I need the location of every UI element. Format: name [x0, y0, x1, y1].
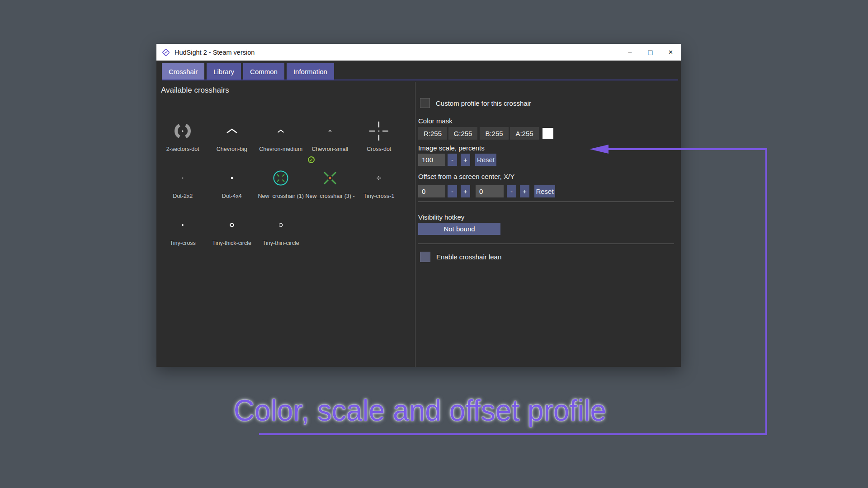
blue-channel-button[interactable]: B:255	[480, 127, 509, 140]
crosshair-lean-label: Enable crosshair lean	[436, 253, 501, 261]
offset-y-minus-button[interactable]: -	[507, 185, 516, 197]
offset-row: - + - + Reset	[418, 185, 674, 197]
hotkey-bind-button[interactable]: Not bound	[418, 223, 500, 235]
crosshair-item-tiny-thick-circle[interactable]: Tiny-thick-circle	[208, 210, 257, 257]
color-swatch[interactable]	[542, 128, 553, 139]
selected-check-icon: ✔	[308, 156, 315, 163]
scale-reset-button[interactable]: Reset	[475, 154, 496, 166]
tab-information[interactable]: Information	[287, 63, 334, 80]
tiny-cross-1-icon	[354, 163, 404, 193]
red-channel-button[interactable]: R:255	[418, 127, 447, 140]
custom-profile-label: Custom profile for this crosshair	[436, 99, 531, 107]
color-mask-row: R:255 G:255 B:255 A:255	[418, 127, 674, 140]
tab-library[interactable]: Library	[207, 63, 241, 80]
crosshair-item-dot-2x2[interactable]: Dot-2x2	[158, 163, 208, 210]
scale-minus-button[interactable]: -	[448, 154, 457, 166]
crosshair-item-new-crosshair-1[interactable]: New_crosshair (1)	[256, 163, 306, 210]
crosshair-item-new-crosshair-3[interactable]: New_crosshair (3) -	[306, 163, 355, 210]
alpha-channel-button[interactable]: A:255	[510, 127, 539, 140]
window-title: HudSight 2 - Steam version	[175, 49, 255, 56]
panel-divider	[415, 82, 415, 367]
scale-plus-button[interactable]: +	[461, 154, 470, 166]
annotation-caption: Color, scale and offset profile	[201, 393, 639, 427]
tab-crosshair[interactable]: Crosshair	[162, 63, 204, 80]
separator	[418, 244, 674, 244]
custom-profile-checkbox[interactable]	[420, 98, 430, 108]
cross-dot-icon	[354, 116, 404, 146]
tab-common[interactable]: Common	[243, 63, 284, 80]
new-crosshair-3-icon	[306, 163, 355, 193]
offset-y-plus-button[interactable]: +	[520, 185, 529, 197]
crosshair-grid: 2-sectors-dot Chevron-big Chevron-medium…	[158, 116, 405, 257]
crosshair-item-tiny-cross[interactable]: Tiny-cross	[158, 210, 208, 257]
chevron-big-icon	[208, 116, 257, 146]
crosshair-lean-checkbox[interactable]	[420, 252, 430, 262]
custom-profile-row: Custom profile for this crosshair	[418, 98, 531, 108]
offset-x-input[interactable]	[418, 185, 445, 197]
crosshair-lean-row: Enable crosshair lean	[418, 251, 501, 262]
tiny-thin-circle-icon	[256, 210, 306, 240]
crosshair-item-chevron-small[interactable]: Chevron-small ✔	[306, 116, 355, 163]
sectors-dot-icon	[158, 116, 208, 146]
tiny-cross-icon	[158, 210, 208, 240]
available-crosshairs-heading: Available crosshairs	[161, 86, 229, 95]
crosshair-item-tiny-thin-circle[interactable]: Tiny-thin-circle	[256, 210, 306, 257]
offset-y-input[interactable]	[476, 185, 504, 197]
app-logo-icon	[161, 48, 170, 57]
dot-2x2-icon	[158, 163, 208, 193]
visibility-hotkey-label: Visibility hotkey	[418, 213, 464, 221]
image-scale-row: - + Reset	[418, 154, 674, 166]
new-crosshair-1-icon	[256, 163, 306, 193]
profile-panel: Custom profile for this crosshair Color …	[418, 44, 674, 367]
hudsight-window: HudSight 2 - Steam version ─ □ ✕ Crossha…	[156, 44, 681, 367]
crosshair-item-chevron-big[interactable]: Chevron-big	[208, 116, 257, 163]
offset-label: Offset from a screen center, X/Y	[418, 173, 514, 180]
green-channel-button[interactable]: G:255	[448, 127, 477, 140]
crosshair-item-tiny-cross-1[interactable]: Tiny-cross-1	[354, 163, 404, 210]
color-mask-label: Color mask	[418, 117, 453, 125]
chevron-medium-icon	[256, 116, 306, 146]
offset-x-plus-button[interactable]: +	[461, 185, 470, 197]
tab-bar: Crosshair Library Common Information	[162, 63, 334, 80]
crosshair-item-dot-4x4[interactable]: Dot-4x4	[208, 163, 257, 210]
dot-4x4-icon	[208, 163, 257, 193]
crosshair-item-chevron-medium[interactable]: Chevron-medium	[256, 116, 306, 163]
crosshair-item-2-sectors-dot[interactable]: 2-sectors-dot	[158, 116, 208, 163]
separator	[418, 202, 674, 202]
crosshair-item-cross-dot[interactable]: Cross-dot	[354, 116, 404, 163]
image-scale-label: Image scale, percents	[418, 144, 485, 152]
chevron-small-icon	[306, 116, 355, 146]
tiny-thick-circle-icon	[208, 210, 257, 240]
offset-reset-button[interactable]: Reset	[534, 185, 555, 197]
visibility-hotkey-row: Not bound	[418, 223, 674, 235]
offset-x-minus-button[interactable]: -	[448, 185, 457, 197]
image-scale-input[interactable]	[418, 154, 445, 166]
